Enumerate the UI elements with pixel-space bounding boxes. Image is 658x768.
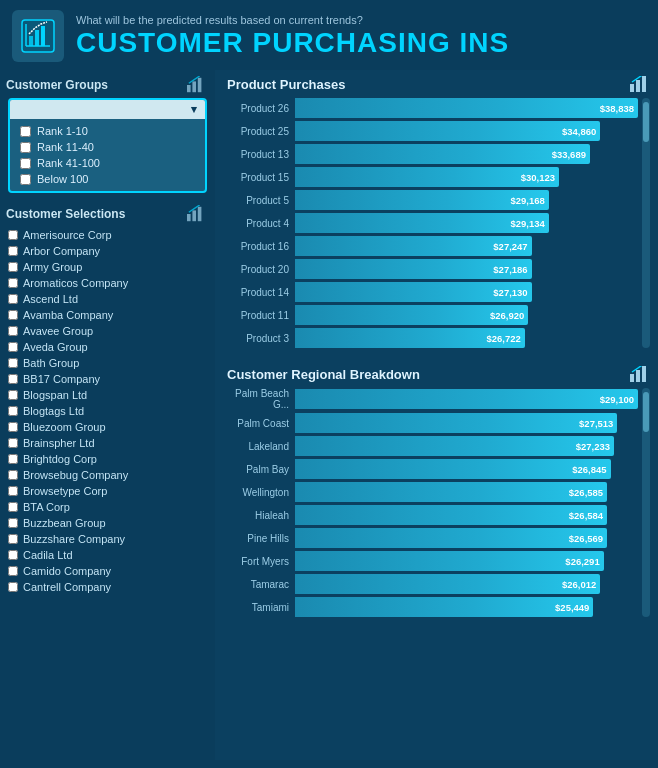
bar-fill: $34,860 <box>295 121 600 141</box>
selection-item[interactable]: Army Group <box>4 259 211 275</box>
bar-track: $34,860 <box>295 121 638 141</box>
svg-rect-15 <box>630 374 634 382</box>
bar-row: Product 20$27,186 <box>227 259 638 279</box>
selection-checkbox[interactable] <box>8 294 18 304</box>
selection-item[interactable]: Blogspan Ltd <box>4 387 211 403</box>
bar-row: Palm Beach G...$29,100 <box>227 388 638 410</box>
bar-label: Wellington <box>227 487 289 498</box>
selection-item[interactable]: Buzzbean Group <box>4 515 211 531</box>
header-text: What will be the predicted results based… <box>76 14 509 59</box>
groups-dropdown[interactable]: ▾ Rank 1-10Rank 11-40Rank 41-100Below 10… <box>8 98 207 193</box>
selection-item[interactable]: Browsebug Company <box>4 467 211 483</box>
selection-checkbox[interactable] <box>8 470 18 480</box>
customer-selections-title: Customer Selections <box>6 207 125 221</box>
selection-checkbox[interactable] <box>8 246 18 256</box>
svg-rect-4 <box>35 30 39 46</box>
group-checkbox[interactable] <box>20 158 31 169</box>
selection-item[interactable]: Brightdog Corp <box>4 451 211 467</box>
selection-label: Buzzshare Company <box>23 533 125 545</box>
selection-checkbox[interactable] <box>8 550 18 560</box>
group-checkbox-label: Rank 11-40 <box>37 141 94 153</box>
selection-checkbox[interactable] <box>8 374 18 384</box>
selection-item[interactable]: Buzzshare Company <box>4 531 211 547</box>
product-scrollbar[interactable] <box>642 98 650 348</box>
selection-item[interactable]: Aveda Group <box>4 339 211 355</box>
selection-item[interactable]: Avamba Company <box>4 307 211 323</box>
bar-label: Product 5 <box>227 195 289 206</box>
selection-label: Arbor Company <box>23 245 100 257</box>
svg-rect-17 <box>642 366 646 382</box>
svg-rect-12 <box>630 84 634 92</box>
selection-checkbox[interactable] <box>8 518 18 528</box>
dropdown-header[interactable]: ▾ <box>10 100 205 119</box>
selection-checkbox[interactable] <box>8 262 18 272</box>
bar-value: $33,689 <box>552 149 586 160</box>
selection-checkbox[interactable] <box>8 534 18 544</box>
bar-track: $29,100 <box>295 389 638 409</box>
bar-value: $27,513 <box>579 418 613 429</box>
selection-checkbox[interactable] <box>8 342 18 352</box>
selection-item[interactable]: Browsetype Corp <box>4 483 211 499</box>
regional-scrollbar[interactable] <box>642 388 650 617</box>
selection-checkbox[interactable] <box>8 422 18 432</box>
selection-checkbox[interactable] <box>8 438 18 448</box>
selection-checkbox[interactable] <box>8 454 18 464</box>
selection-checkbox[interactable] <box>8 310 18 320</box>
selection-label: Camido Company <box>23 565 111 577</box>
selection-checkbox[interactable] <box>8 230 18 240</box>
regional-scroll-thumb[interactable] <box>643 392 649 432</box>
selection-item[interactable]: Cadila Ltd <box>4 547 211 563</box>
bar-track: $26,012 <box>295 574 638 594</box>
bar-value: $34,860 <box>562 126 596 137</box>
selection-checkbox[interactable] <box>8 358 18 368</box>
bar-track: $26,584 <box>295 505 638 525</box>
selection-checkbox[interactable] <box>8 566 18 576</box>
selection-checkbox[interactable] <box>8 486 18 496</box>
group-checkbox-item[interactable]: Rank 1-10 <box>16 123 199 139</box>
bar-label: Pine Hills <box>227 533 289 544</box>
selection-item[interactable]: Bluezoom Group <box>4 419 211 435</box>
regional-bar-chart: Palm Beach G...$29,100Palm Coast$27,513L… <box>227 388 638 617</box>
group-checkbox-item[interactable]: Below 100 <box>16 171 199 187</box>
selection-item[interactable]: Bath Group <box>4 355 211 371</box>
selection-item[interactable]: Brainspher Ltd <box>4 435 211 451</box>
selection-checkbox[interactable] <box>8 390 18 400</box>
selection-item[interactable]: Aromaticos Company <box>4 275 211 291</box>
product-chart-container: Product 26$38,838Product 25$34,860Produc… <box>227 98 650 348</box>
selection-checkbox[interactable] <box>8 406 18 416</box>
bar-label: Product 15 <box>227 172 289 183</box>
group-checkbox-item[interactable]: Rank 41-100 <box>16 155 199 171</box>
bar-row: Palm Coast$27,513 <box>227 413 638 433</box>
group-checkbox[interactable] <box>20 174 31 185</box>
selection-item[interactable]: BB17 Company <box>4 371 211 387</box>
bar-label: Lakeland <box>227 441 289 452</box>
bar-value: $26,722 <box>486 333 520 344</box>
selection-checkbox[interactable] <box>8 582 18 592</box>
selection-checkbox[interactable] <box>8 278 18 288</box>
selection-item[interactable]: Blogtags Ltd <box>4 403 211 419</box>
header-chart-icon <box>20 18 56 54</box>
dropdown-arrow-icon: ▾ <box>191 103 197 116</box>
selection-item[interactable]: BTA Corp <box>4 499 211 515</box>
selection-item[interactable]: Ascend Ltd <box>4 291 211 307</box>
selection-item[interactable]: Cantrell Company <box>4 579 211 595</box>
selection-label: Ascend Ltd <box>23 293 78 305</box>
selection-item[interactable]: Amerisource Corp <box>4 227 211 243</box>
group-checkbox[interactable] <box>20 126 31 137</box>
selection-label: BB17 Company <box>23 373 100 385</box>
selection-item[interactable]: Arbor Company <box>4 243 211 259</box>
bar-label: Tamarac <box>227 579 289 590</box>
selection-item[interactable]: Camido Company <box>4 563 211 579</box>
selection-label: Bluezoom Group <box>23 421 106 433</box>
selection-checkbox[interactable] <box>8 326 18 336</box>
product-scroll-thumb[interactable] <box>643 102 649 142</box>
group-checkbox-item[interactable]: Rank 11-40 <box>16 139 199 155</box>
bar-label: Palm Beach G... <box>227 388 289 410</box>
selection-checkbox[interactable] <box>8 502 18 512</box>
selection-item[interactable]: Avavee Group <box>4 323 211 339</box>
group-checkbox[interactable] <box>20 142 31 153</box>
bar-row: Product 4$29,134 <box>227 213 638 233</box>
product-chart-icon <box>630 76 650 92</box>
bar-fill: $26,722 <box>295 328 525 348</box>
bar-label: Tamiami <box>227 602 289 613</box>
